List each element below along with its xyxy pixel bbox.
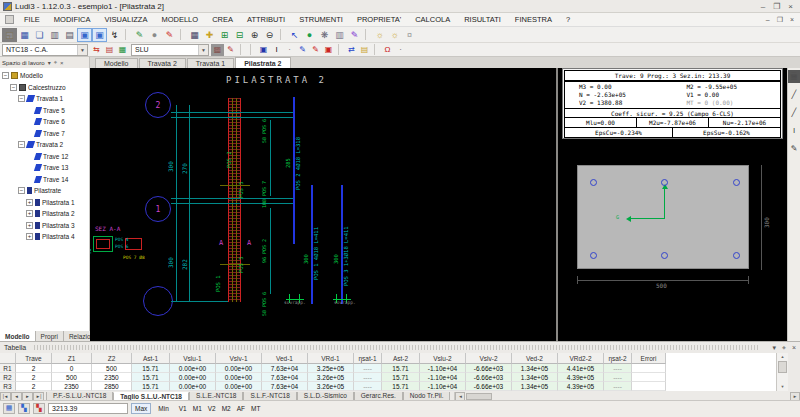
chevron-down-icon[interactable]: ▼ [77,45,87,55]
scrollbar-thumb[interactable] [778,361,787,373]
tree-item-trave-6[interactable]: Trave 6 [0,116,89,128]
tree-item-pilastrate[interactable]: −Pilastrate [0,185,89,197]
component-label-af[interactable]: AF [237,405,245,412]
menu-risultati[interactable]: RISULTATI [457,13,508,26]
table-cell[interactable]: ---- [354,373,382,382]
component-label-m2[interactable]: M2 [222,405,231,412]
tree-item-travata-2[interactable]: −Travata 2 [0,139,89,151]
menu-modello[interactable]: MODELLO [154,13,205,26]
tree-expand-icon[interactable]: − [18,187,25,194]
table-cell[interactable]: ---- [604,373,632,382]
collapse-icon[interactable]: ⊟ [232,28,247,42]
section-coordinate-field[interactable]: 3213.39 [48,403,128,414]
report-icon[interactable]: ▥ [332,28,347,42]
unlink-icon[interactable]: ≃ [211,44,224,56]
menu-crea[interactable]: CREA [205,13,240,26]
expand-icon[interactable]: ⊞ [217,28,232,42]
table-row[interactable]: R322350285015.710.00e+000.00e+007.63e+04… [0,382,776,391]
tree-expand-icon[interactable]: + [26,233,33,240]
table-row[interactable]: R22500235015.710.00e+000.00e+007.63e+043… [0,373,776,382]
workspace-close-button[interactable]: × [60,60,64,66]
table-cell[interactable]: 1.34e+05 [512,373,558,382]
table-cell[interactable] [632,373,666,382]
workspace-tab-propri[interactable]: Propri [36,331,64,341]
window-pane2-icon[interactable]: ▣ [92,28,107,42]
tree-expand-icon[interactable]: + [26,222,33,229]
column-header-row[interactable] [0,353,16,364]
column-header-Vslu-1[interactable]: Vslu-1 [170,353,216,364]
table-vertical-scrollbar[interactable]: ▲ ▼ [776,353,788,391]
diagram-red-icon[interactable]: ▚ [33,403,45,414]
close-button[interactable]: × [788,2,793,11]
tree-expand-icon[interactable]: − [10,84,17,91]
minimize-button[interactable]: – [761,2,765,11]
menu-file[interactable]: FILE [17,13,47,26]
mdi-close-button[interactable]: × [790,16,794,24]
table-cell[interactable]: 2 [16,373,52,382]
print-icon[interactable]: ▥ [47,28,62,42]
tree-item-modello[interactable]: −Modello [0,70,89,82]
column-header-Z2[interactable]: Z2 [92,353,132,364]
tree-expand-icon[interactable]: + [26,210,33,217]
window-pane-icon[interactable]: ▣ [77,28,92,42]
table-cell[interactable]: 0.00e+00 [170,364,216,373]
mesh-tool-icon[interactable]: ▦ [788,70,800,83]
doc-tab-pilastrata-2[interactable]: Pilastrata 2 [235,57,290,68]
light2-icon[interactable]: ☼ [387,28,402,42]
menu--[interactable]: ? [559,13,577,26]
table-cell[interactable]: 4.39e+05 [558,382,604,391]
norm-combo[interactable]: NTC18 - C.A. ▼ [2,44,88,56]
table-cell[interactable]: 15.71 [382,382,420,391]
component-label-m1[interactable]: M1 [193,405,202,412]
mdi-restore-button[interactable]: ❐ [777,16,783,24]
column-header-Ved-1[interactable]: Ved-1 [262,353,308,364]
doc-tab-modello[interactable]: Modello [95,58,138,68]
table-cell[interactable]: 0.00e+00 [170,373,216,382]
zoom-in-icon[interactable]: ⊕ [247,28,262,42]
row-header[interactable]: R1 [0,364,16,373]
tree-expand-icon[interactable]: − [18,141,25,148]
tree-item-pilastrata-4[interactable]: +Pilastrata 4 [0,231,89,243]
table-cell[interactable]: 3.26e+05 [308,373,354,382]
save-icon[interactable]: ▦ [17,28,32,42]
table-cell[interactable]: -1.10e+04 [420,364,466,373]
table-cell[interactable]: 1.34e+05 [512,382,558,391]
menu-strumenti[interactable]: STRUMENTI [292,13,350,26]
render-sphere-icon[interactable]: ● [302,28,317,42]
edit-case-icon[interactable]: ✎ [224,44,237,56]
table-cell[interactable]: 3.25e+05 [308,364,354,373]
tree-item-trave-7[interactable]: Trave 7 [0,128,89,140]
annotate-icon[interactable]: ✎ [347,28,362,42]
column-header-VRd-1[interactable]: VRd-1 [308,353,354,364]
text-cursor-icon[interactable]: I [270,44,283,56]
table-cell[interactable]: 3.26e+05 [308,382,354,391]
tree-item-travata-1[interactable]: −Travata 1 [0,93,89,105]
tree-item-pilastrata-1[interactable]: +Pilastrata 1 [0,197,89,209]
table-cell[interactable]: 0 [52,364,92,373]
tree-expand-icon[interactable]: − [18,95,25,102]
copy-icon[interactable]: ❏ [32,28,47,42]
table-cell[interactable]: 0.00e+00 [216,373,262,382]
table-cell[interactable]: 2350 [52,382,92,391]
diagram-blue-icon[interactable]: ▚ [18,403,30,414]
light-icon[interactable]: ☼ [372,28,387,42]
table-cell[interactable]: 4.41e+05 [558,364,604,373]
doc-tab-travata-2[interactable]: Travata 2 [139,58,186,68]
column-header-ηsat-2[interactable]: ηsat-2 [604,353,632,364]
zoom-out-icon[interactable]: ⊖ [262,28,277,42]
draw-red-icon[interactable]: ✎ [162,28,177,42]
print-preview-icon[interactable]: ▤ [62,28,77,42]
drawing-canvas[interactable]: 2 1 PILASTRATA 2300270300282POS 2POS 5PO… [90,68,556,341]
workspace-pin-button[interactable]: ⌖ [54,59,57,66]
table-cell[interactable]: 2 [16,382,52,391]
table-cell[interactable]: 15.71 [132,373,170,382]
table-pin-button[interactable]: ⌖ [782,344,786,352]
code-book-icon[interactable]: ▤ [103,44,116,56]
menu-visualizza[interactable]: VISUALIZZA [98,13,155,26]
table-cell[interactable]: -6.66e+03 [466,382,512,391]
table-cell[interactable]: 2350 [92,373,132,382]
load-case-combo[interactable]: SLU ▼ [131,44,209,56]
add-node-icon[interactable]: ✚ [202,28,217,42]
ibeam-tool-icon[interactable]: I [788,124,800,137]
table-close-button[interactable]: × [792,344,796,351]
